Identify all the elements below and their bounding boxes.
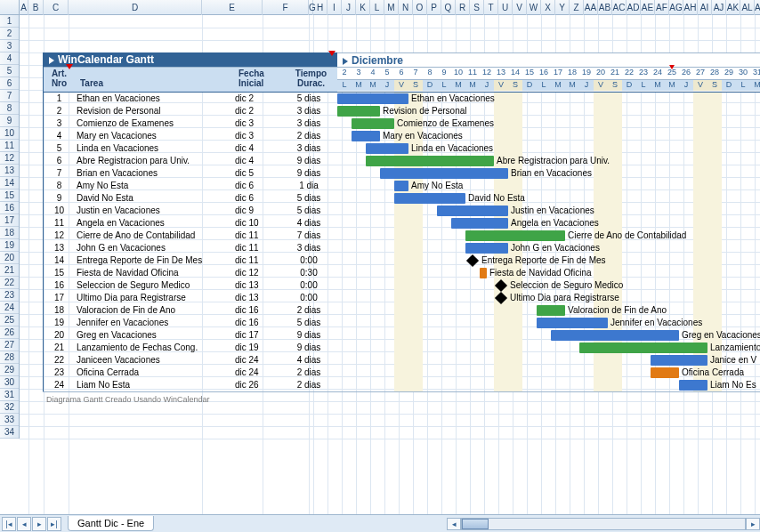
table-row[interactable]: 2 Revision de Personal dic 2 3 dias [44,105,337,117]
col-header-A[interactable]: A [20,0,28,15]
table-row[interactable]: 15 Fiesta de Navidad Oficina dic 12 0:30 [44,267,337,279]
col-header-AG[interactable]: AG [669,0,683,15]
row-header-34[interactable]: 34 [0,426,19,439]
table-row[interactable]: 6 Abre Registracion para Univ. dic 4 9 d… [44,155,337,167]
col-header-T[interactable]: T [484,0,498,15]
col-header-AK[interactable]: AK [726,0,740,15]
col-header-U[interactable]: U [498,0,513,15]
row-header-25[interactable]: 25 [0,314,19,326]
col-header-Q[interactable]: Q [441,0,456,15]
row-header-26[interactable]: 26 [0,326,19,339]
row-header-11[interactable]: 11 [0,140,19,152]
scroll-track[interactable] [461,518,746,530]
scroll-right-button[interactable]: ▸ [746,518,760,530]
row-header-21[interactable]: 21 [0,264,19,277]
col-header-H[interactable]: H [313,0,327,15]
sheet-tab-active[interactable]: Gantt Dic - Ene [68,516,154,531]
row-header-12[interactable]: 12 [0,152,19,165]
row-header-5[interactable]: 5 [0,65,19,77]
table-row[interactable]: 17 Ultimo Dia para Registrarse dic 13 0:… [44,292,337,304]
row-header-24[interactable]: 24 [0,302,19,314]
row-header-10[interactable]: 10 [0,127,19,140]
col-header-AI[interactable]: AI [698,0,712,15]
row-header-13[interactable]: 13 [0,165,19,177]
row-header-19[interactable]: 19 [0,239,19,252]
row-header-2[interactable]: 2 [0,28,19,40]
col-header-AA[interactable]: AA [584,0,598,15]
row-header-8[interactable]: 8 [0,102,19,115]
col-header-J[interactable]: J [342,0,356,15]
table-row[interactable]: 19 Jennifer en Vacaciones dic 16 5 dias [44,317,337,329]
col-header-M[interactable]: M [384,0,399,15]
row-header-18[interactable]: 18 [0,227,19,239]
col-header-K[interactable]: K [356,0,370,15]
col-header-F[interactable]: F [263,0,309,15]
row-header-17[interactable]: 17 [0,214,19,227]
table-row[interactable]: 14 Entrega Reporte de Fin De Mes dic 11 … [44,254,337,267]
row-header-20[interactable]: 20 [0,252,19,264]
row-header-33[interactable]: 33 [0,414,19,426]
row-header-7[interactable]: 7 [0,90,19,102]
row-header-1[interactable]: 1 [0,15,19,28]
row-header-27[interactable]: 27 [0,339,19,351]
table-row[interactable]: 21 Lanzamiento de Fechas Cong. dic 19 9 … [44,342,337,354]
col-header-AJ[interactable]: AJ [712,0,726,15]
comment-indicator-icon[interactable] [66,64,73,69]
col-header-B[interactable]: B [28,0,44,15]
row-header-6[interactable]: 6 [0,77,19,90]
col-header-AE[interactable]: AE [641,0,655,15]
scroll-left-button[interactable]: ◂ [447,518,461,530]
row-header-14[interactable]: 14 [0,177,19,189]
col-header-AH[interactable]: AH [683,0,698,15]
tab-last-button[interactable]: ▸| [47,517,61,531]
tab-next-button[interactable]: ▸ [32,517,46,531]
col-header-P[interactable]: P [427,0,441,15]
comment-indicator-icon[interactable] [328,51,336,56]
table-row[interactable]: 5 Linda en Vacaciones dic 4 3 dias [44,142,337,155]
row-header-3[interactable]: 3 [0,40,19,52]
col-header-AC[interactable]: AC [612,0,627,15]
col-header-AD[interactable]: AD [627,0,641,15]
col-header-AF[interactable]: AF [655,0,669,15]
col-header-W[interactable]: W [527,0,541,15]
row-header-4[interactable]: 4 [0,52,19,65]
table-row[interactable]: 23 Oficina Cerrada dic 24 2 dias [44,367,337,379]
col-header-AM[interactable]: AM [755,0,760,15]
table-row[interactable]: 4 Mary en Vacaciones dic 3 2 dias [44,130,337,142]
col-header-X[interactable]: X [541,0,555,15]
row-header-15[interactable]: 15 [0,189,19,202]
col-header-I[interactable]: I [327,0,342,15]
scroll-thumb[interactable] [462,519,489,529]
col-header-Y[interactable]: Y [555,0,570,15]
row-header-30[interactable]: 30 [0,376,19,389]
horizontal-scrollbar[interactable]: ◂ ▸ [447,518,760,530]
col-header-N[interactable]: N [399,0,413,15]
tab-first-button[interactable]: |◂ [2,517,16,531]
row-header-31[interactable]: 31 [0,389,19,401]
table-row[interactable]: 16 Seleccion de Seguro Medico dic 13 0:0… [44,279,337,292]
col-header-S[interactable]: S [470,0,484,15]
row-header-22[interactable]: 22 [0,277,19,289]
table-row[interactable]: 13 John G en Vacaciones dic 11 3 dias [44,242,337,254]
table-row[interactable]: 12 Cierre de Ano de Contabilidad dic 11 … [44,230,337,242]
tab-prev-button[interactable]: ◂ [17,517,31,531]
worksheet-grid[interactable]: WinCalendar Gantt Diciembre Art.Nro Tare… [20,15,760,514]
col-header-C[interactable]: C [44,0,69,15]
table-row[interactable]: 18 Valoracion de Fin de Ano dic 16 2 dia… [44,304,337,317]
table-row[interactable]: 7 Brian en Vacaciones dic 5 9 dias [44,167,337,180]
table-row[interactable]: 8 Amy No Esta dic 6 1 dia [44,180,337,192]
row-header-16[interactable]: 16 [0,202,19,214]
table-row[interactable]: 10 Justin en Vacaciones dic 9 5 dias [44,205,337,217]
col-header-L[interactable]: L [370,0,384,15]
table-row[interactable]: 1 Ethan en Vacaciones dic 2 5 dias [44,93,337,105]
col-header-Z[interactable]: Z [570,0,584,15]
table-row[interactable]: 11 Angela en Vacaciones dic 10 4 dias [44,217,337,230]
row-header-28[interactable]: 28 [0,351,19,364]
table-row[interactable]: 20 Greg en Vacaciones dic 17 9 dias [44,329,337,342]
col-header-AB[interactable]: AB [598,0,612,15]
row-header-9[interactable]: 9 [0,115,19,127]
col-header-E[interactable]: E [202,0,263,15]
col-header-O[interactable]: O [413,0,427,15]
row-header-29[interactable]: 29 [0,364,19,376]
table-row[interactable]: 24 Liam No Esta dic 26 2 dias [44,379,337,391]
